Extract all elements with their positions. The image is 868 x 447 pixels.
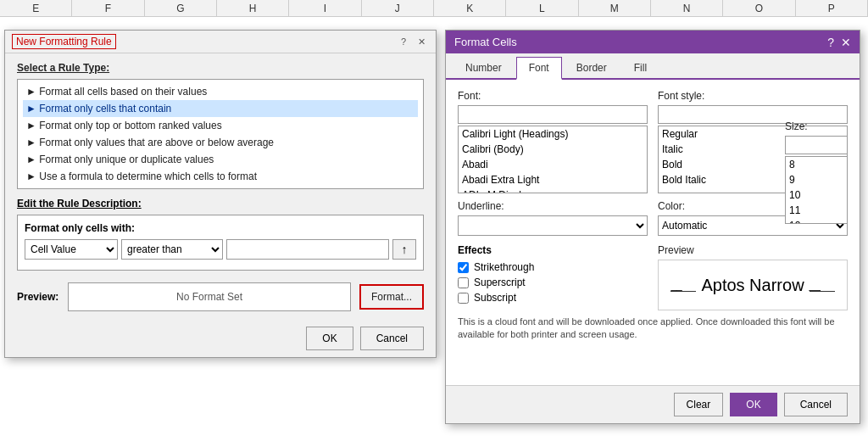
rule-type-above-below[interactable]: ► Format only values that are above or b… [23,134,418,151]
size-11[interactable]: 11 [786,203,847,218]
column-headers: E F G H I J K L M N O P [0,0,868,17]
fc-left-section: Font: Calibri Light (Headings) Calibri (… [458,90,648,310]
font-input[interactable] [458,105,648,124]
col-header-k: K [434,0,506,16]
preview-section: Preview __ Aptos Narrow __ [658,244,848,310]
fc-footer: Clear OK Cancel [446,385,860,423]
value-input-box[interactable] [226,239,389,260]
underline-label: Underline: [458,200,648,212]
size-label: Size: [785,120,848,132]
font-item-calibri-light[interactable]: Calibri Light (Headings) [459,126,647,142]
font-item-abadi-extra[interactable]: Abadi Extra Light [459,172,647,187]
size-section: Size: 8 9 10 11 12 14 [785,120,848,224]
rule-type-cells-contain[interactable]: ► Format only cells that contain [23,100,418,117]
col-header-l: L [506,0,578,16]
tab-font[interactable]: Font [516,57,562,80]
nfr-title: New Formatting Rule [12,34,116,49]
font-style-label: Font style: [658,90,848,102]
font-label: Font: [458,90,648,102]
fc-help-button[interactable]: ? [827,36,834,48]
fc-body: Font: Calibri Light (Headings) Calibri (… [446,80,860,385]
preview-row: Preview: No Format Set Format... [17,282,424,311]
select-rule-type-label: Select a Rule Type: [17,62,424,74]
fc-ok-button[interactable]: OK [730,393,776,416]
size-9[interactable]: 9 [786,172,847,187]
col-header-f: F [72,0,144,16]
subscript-row: Subscript [458,292,648,304]
nfr-title-controls: ? ✕ [398,36,429,48]
nfr-footer: OK Cancel [5,320,436,357]
size-10[interactable]: 10 [786,187,847,203]
subscript-checkbox[interactable] [458,293,469,304]
size-listbox[interactable]: 8 9 10 11 12 14 [785,156,848,224]
superscript-row: Superscript [458,277,648,288]
font-listbox[interactable]: Calibri Light (Headings) Calibri (Body) … [458,126,648,193]
col-header-m: M [579,0,651,16]
tab-border[interactable]: Border [564,57,620,78]
preview-font-text: Aptos Narrow [701,276,804,295]
rule-controls: Cell Value greater than ↑ [25,239,416,260]
nfr-body: Select a Rule Type: ► Format all cells b… [5,53,436,320]
preview-label: Preview: [17,291,59,303]
col-header-o: O [723,0,795,16]
upload-button[interactable]: ↑ [392,239,416,260]
nfr-help-button[interactable]: ? [398,36,409,47]
rule-description-section: Edit the Rule Description: Format only c… [17,198,424,271]
preview-display: __ Aptos Narrow __ [658,260,848,310]
rule-type-top-bottom[interactable]: ► Format only top or bottom ranked value… [23,117,418,134]
preview-text: No Format Set [176,291,242,303]
fc-titlebar: Format Cells ? ✕ [446,31,860,53]
preview-box: No Format Set [68,282,351,311]
new-formatting-rule-dialog: New Formatting Rule ? ✕ Select a Rule Ty… [4,30,437,358]
rule-type-all-cells[interactable]: ► Format all cells based on their values [23,83,418,100]
col-header-e: E [0,0,72,16]
underline-select[interactable] [458,215,648,236]
fc-cancel-button[interactable]: Cancel [784,393,848,416]
font-item-abadi[interactable]: Abadi [459,157,647,172]
fc-title: Format Cells [454,36,517,48]
font-item-adlam[interactable]: ADLaM Display [459,187,647,193]
format-button[interactable]: Format... [359,284,424,310]
font-item-calibri-body[interactable]: Calibri (Body) [459,142,647,157]
nfr-titlebar: New Formatting Rule ? ✕ [5,31,436,53]
format-only-cells-label: Format only cells with: [25,222,416,234]
strikethrough-label: Strikethrough [474,261,534,273]
size-8[interactable]: 8 [786,157,847,172]
size-input[interactable] [785,136,848,154]
cloud-font-note: This is a cloud font and will be downloa… [458,316,848,342]
cell-value-select[interactable]: Cell Value [25,239,118,260]
subscript-label: Subscript [474,292,516,304]
underline-section: Underline: [458,200,648,236]
preview-line-right: __ [810,279,835,292]
size-12[interactable]: 12 [786,218,847,224]
col-header-h: H [217,0,289,16]
rule-type-unique-duplicate[interactable]: ► Format only unique or duplicate values [23,151,418,168]
tab-fill[interactable]: Fill [621,57,659,78]
col-header-n: N [651,0,723,16]
col-header-p: P [796,0,868,16]
condition-select[interactable]: greater than [121,239,223,260]
fc-close-button[interactable]: ✕ [841,36,851,48]
effects-section: Effects Strikethrough Superscript Subscr… [458,244,648,304]
effects-label: Effects [458,244,648,256]
strikethrough-checkbox[interactable] [458,262,469,273]
nfr-ok-button[interactable]: OK [306,327,353,350]
fc-tab-bar: Number Font Border Fill [446,53,860,80]
col-header-g: G [145,0,217,16]
superscript-checkbox[interactable] [458,277,469,288]
fc-title-controls: ? ✕ [827,36,851,48]
superscript-label: Superscript [474,277,526,288]
col-header-j: J [362,0,434,16]
nfr-cancel-button[interactable]: Cancel [360,327,424,350]
fc-footer-right: Clear OK Cancel [674,393,848,416]
format-cells-dialog: Format Cells ? ✕ Number Font Border Fill… [445,30,860,424]
strikethrough-row: Strikethrough [458,261,648,273]
tab-number[interactable]: Number [453,57,515,78]
nfr-close-button[interactable]: ✕ [415,36,429,48]
rule-type-formula[interactable]: ► Use a formula to determine which cells… [23,168,418,185]
edit-rule-label: Edit the Rule Description: [17,198,424,210]
clear-button[interactable]: Clear [674,393,724,416]
preview-line-left: __ [670,279,696,292]
rule-type-listbox[interactable]: ► Format all cells based on their values… [17,79,424,189]
rule-description-box: Format only cells with: Cell Value great… [17,215,424,271]
